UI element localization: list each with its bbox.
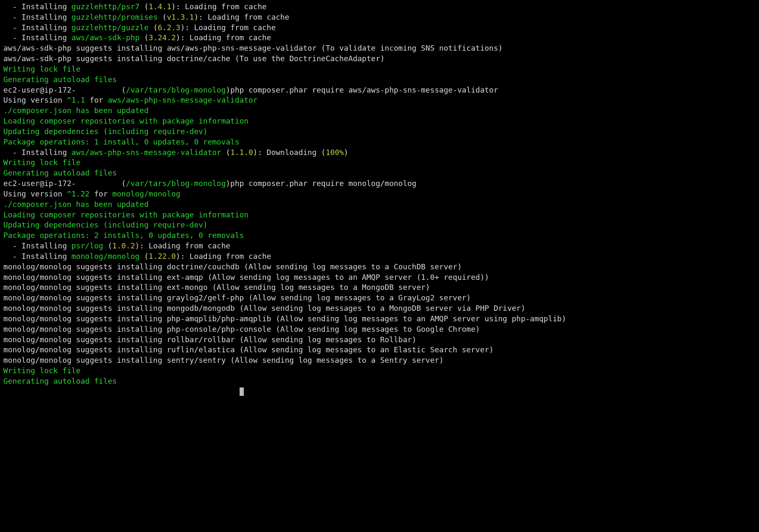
terminal-segment: ./composer.json has been updated [3, 200, 149, 209]
terminal-segment: - Installing [3, 252, 72, 261]
terminal-line: monolog/monolog suggests installing doct… [3, 262, 756, 272]
terminal-line: - Installing aws/aws-sdk-php (3.24.2): L… [3, 33, 756, 43]
terminal-line: ./composer.json has been updated [3, 199, 756, 210]
terminal-line: monolog/monolog suggests installing ext-… [3, 272, 756, 283]
terminal-line: monolog/monolog suggests installing gray… [3, 293, 756, 303]
terminal-segment: ^1.1 [67, 96, 85, 104]
terminal-segment: 6.2.3 [157, 23, 180, 32]
terminal-segment: aws/aws-php-sns-message-validator [72, 148, 222, 157]
terminal-segment: Writing lock file [3, 65, 80, 73]
terminal-segment: - Installing [3, 13, 72, 21]
terminal-segment: ./composer.json has been updated [3, 106, 149, 115]
terminal-segment: monolog/monolog suggests installing roll… [3, 335, 416, 344]
terminal-line: Package operations: 2 installs, 0 update… [3, 230, 756, 241]
terminal-segment: Package operations: 2 installs, 0 update… [3, 231, 244, 240]
terminal-segment: 1.1.0 [230, 148, 253, 157]
terminal-segment: monolog/monolog suggests installing sent… [3, 356, 444, 364]
terminal-segment: Writing lock file [3, 158, 80, 167]
terminal-segment: ( [139, 252, 149, 261]
terminal-segment: 1.4.1 [149, 2, 171, 11]
terminal-line: monolog/monolog suggests installing php-… [3, 314, 756, 324]
terminal-segment: ( [103, 241, 112, 250]
terminal-line: aws/aws-sdk-php suggests installing aws/… [3, 43, 756, 54]
terminal-segment: monolog/monolog suggests installing ext-… [3, 283, 430, 292]
terminal-segment: /var/tars/blog-monolog [126, 179, 226, 188]
terminal-segment: ( [157, 13, 167, 21]
terminal-line: - Installing monolog/monolog (1.22.0): L… [3, 251, 756, 262]
terminal-cursor-line [3, 387, 756, 397]
terminal-segment: monolog/monolog [112, 189, 181, 198]
terminal-segment: Updating dependencies (including require… [3, 127, 208, 136]
terminal-line: Loading composer repositories with packa… [3, 116, 756, 127]
terminal-segment: for [85, 96, 108, 104]
terminal-segment: Using version [3, 189, 67, 198]
terminal-segment: ec2-user@ip-172- ( [3, 85, 126, 94]
terminal-line: Writing lock file [3, 158, 756, 168]
terminal-segment: psr/log [72, 241, 103, 250]
terminal-line: - Installing psr/log (1.0.2): Loading fr… [3, 241, 756, 251]
terminal-segment: monolog/monolog suggests installing ext-… [3, 273, 489, 281]
terminal-line: ec2-user@ip-172- (/var/tars/blog-monolog… [3, 85, 756, 96]
terminal-segment: ( [149, 23, 158, 32]
terminal-segment: ): Loading from cache [135, 241, 230, 250]
terminal-segment: ): Loading from cache [181, 23, 276, 32]
terminal-segment: 1.22.0 [149, 252, 176, 261]
terminal-segment: Generating autoload files [3, 377, 117, 385]
terminal-segment: Loading composer repositories with packa… [3, 210, 248, 219]
terminal-segment: )php composer.phar require monolog/monol… [226, 179, 416, 188]
terminal-segment: guzzlehttp/guzzle [72, 23, 149, 32]
terminal-segment: - Installing [3, 23, 72, 32]
terminal-segment: monolog/monolog suggests installing doct… [3, 262, 462, 271]
terminal-line: - Installing aws/aws-php-sns-message-val… [3, 147, 756, 158]
terminal-segment: for [90, 189, 112, 198]
terminal-segment: ec2-user@ip-172- ( [3, 179, 126, 188]
terminal-segment: Generating autoload files [3, 168, 117, 177]
terminal-segment: ( [221, 148, 230, 157]
terminal-line: Updating dependencies (including require… [3, 220, 756, 230]
terminal-line: Generating autoload files [3, 168, 756, 178]
terminal-segment: ) [344, 148, 349, 157]
terminal-segment: - Installing [3, 2, 72, 11]
terminal-segment: aws/aws-sdk-php suggests installing aws/… [3, 44, 503, 52]
terminal-segment: - Installing [3, 33, 72, 42]
terminal-line: Updating dependencies (including require… [3, 127, 756, 137]
terminal-line: monolog/monolog suggests installing rufl… [3, 345, 756, 355]
terminal-line: monolog/monolog suggests installing ext-… [3, 282, 756, 293]
terminal-segment: v1.3.1 [167, 13, 194, 21]
terminal-segment: Updating dependencies (including require… [3, 220, 208, 229]
terminal-output[interactable]: - Installing guzzlehttp/psr7 (1.4.1): Lo… [0, 0, 759, 398]
terminal-segment: - Installing [3, 148, 72, 157]
terminal-segment: 100% [325, 148, 343, 157]
terminal-segment: 3.24.2 [149, 33, 176, 42]
terminal-line: monolog/monolog suggests installing sent… [3, 355, 756, 366]
terminal-line: Writing lock file [3, 64, 756, 75]
terminal-line: aws/aws-sdk-php suggests installing doct… [3, 54, 756, 64]
terminal-line: Using version ^1.1 for aws/aws-php-sns-m… [3, 95, 756, 106]
terminal-line: Package operations: 1 install, 0 updates… [3, 137, 756, 147]
terminal-segment: monolog/monolog suggests installing mong… [3, 304, 525, 312]
terminal-segment: Package operations: 1 install, 0 updates… [3, 137, 240, 146]
terminal-line: - Installing guzzlehttp/promises (v1.3.1… [3, 12, 756, 23]
terminal-line: ec2-user@ip-172- (/var/tars/blog-monolog… [3, 178, 756, 189]
terminal-line: Generating autoload files [3, 75, 756, 85]
terminal-line: monolog/monolog suggests installing php-… [3, 324, 756, 335]
terminal-line: Loading composer repositories with packa… [3, 210, 756, 220]
terminal-segment: monolog/monolog [72, 252, 140, 261]
terminal-segment: )php composer.phar require aws/aws-php-s… [226, 85, 498, 94]
terminal-segment: guzzlehttp/psr7 [72, 2, 140, 11]
terminal-segment: ): Loading from cache [194, 13, 289, 21]
terminal-segment: Using version [3, 96, 67, 104]
terminal-segment: monolog/monolog suggests installing rufl… [3, 345, 493, 354]
terminal-segment: ^1.22 [67, 189, 90, 198]
terminal-segment: aws/aws-sdk-php [72, 33, 140, 42]
terminal-line: Using version ^1.22 for monolog/monolog [3, 189, 756, 199]
terminal-segment: monolog/monolog suggests installing php-… [3, 314, 566, 323]
terminal-line: monolog/monolog suggests installing mong… [3, 303, 756, 314]
terminal-line: - Installing guzzlehttp/guzzle (6.2.3): … [3, 23, 756, 33]
terminal-segment: ): Loading from cache [176, 252, 271, 261]
terminal-line: - Installing guzzlehttp/psr7 (1.4.1): Lo… [3, 2, 756, 12]
terminal-line: ./composer.json has been updated [3, 106, 756, 116]
terminal-segment: guzzlehttp/promises [72, 13, 158, 21]
terminal-segment: ( [139, 2, 149, 11]
terminal-segment: ): Loading from cache [171, 2, 267, 11]
